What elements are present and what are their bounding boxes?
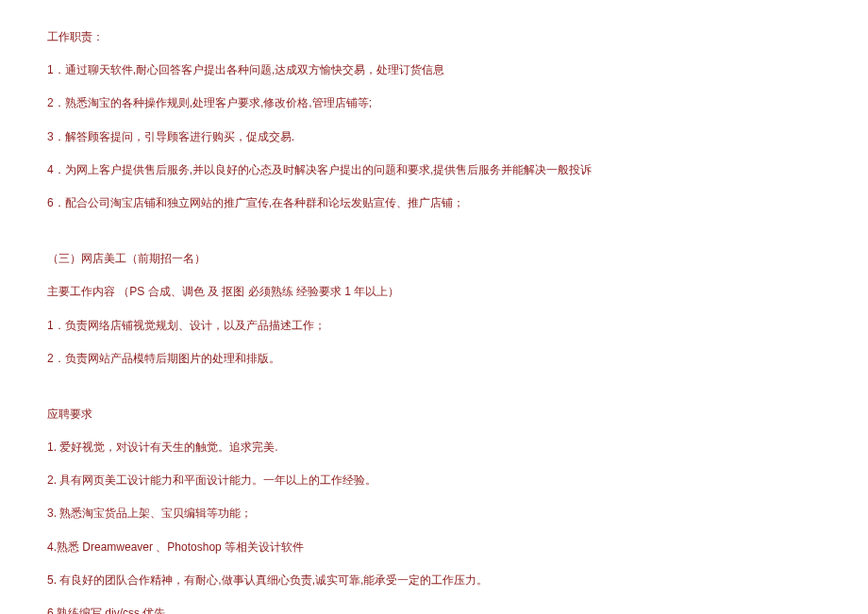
section3-heading: 应聘要求 [47, 406, 821, 423]
section2-item: 1．负责网络店铺视觉规划、设计，以及产品描述工作； [47, 317, 821, 335]
section1-item: 2．熟悉淘宝的各种操作规则,处理客户要求,修改价格,管理店铺等; [47, 94, 821, 112]
section2-item: 2．负责网站产品模特后期图片的处理和排版。 [47, 350, 821, 368]
section2-heading: （三）网店美工（前期招一名） [47, 250, 821, 268]
section1-item: 1．通过聊天软件,耐心回答客户提出各种问题,达成双方愉快交易，处理订货信息 [47, 61, 821, 79]
section3-item: 4.熟悉 Dreamweaver 、Photoshop 等相关设计软件 [47, 539, 821, 556]
section3-item: 3. 熟悉淘宝货品上架、宝贝编辑等功能； [47, 505, 821, 523]
section2-intro: 主要工作内容 （PS 合成、调色 及 抠图 必须熟练 经验要求 1 年以上） [47, 283, 821, 301]
section3-item: 5. 有良好的团队合作精神，有耐心,做事认真细心负责,诚实可靠,能承受一定的工作… [47, 572, 821, 589]
section1-heading: 工作职责： [47, 28, 821, 46]
section3-item: 2. 具有网页美工设计能力和平面设计能力。一年以上的工作经验。 [47, 472, 821, 490]
section1-item: 4．为网上客户提供售后服务,并以良好的心态及时解决客户提出的问题和要求,提供售后… [47, 161, 821, 179]
section1-item: 3．解答顾客提问，引导顾客进行购买，促成交易. [47, 128, 821, 146]
section3-item: 1. 爱好视觉，对设计有天生的触觉。追求完美. [47, 439, 821, 456]
section1-item: 6．配合公司淘宝店铺和独立网站的推广宣传,在各种群和论坛发贴宣传、推广店铺； [47, 194, 821, 212]
section3-item: 6.熟练编写 div/css 优先 [47, 605, 821, 614]
